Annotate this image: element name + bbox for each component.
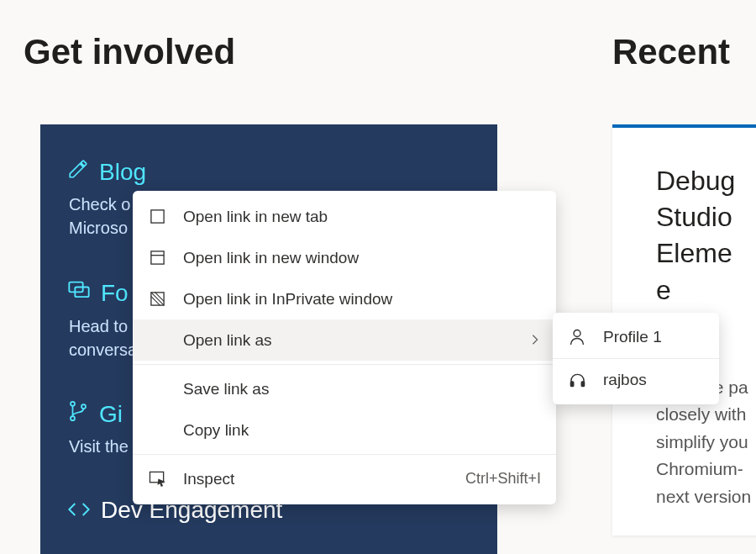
svg-point-2 (71, 402, 75, 406)
page-title-recent: Recent (612, 32, 730, 72)
involved-github-title: Gi (99, 401, 123, 428)
menu-open-new-window-label: Open link in new window (183, 249, 541, 267)
menu-open-new-tab[interactable]: Open link in new tab (133, 196, 556, 237)
menu-copy-link[interactable]: Copy link (133, 409, 556, 451)
menu-divider (133, 454, 556, 455)
profile-submenu: Profile 1 rajbos (553, 313, 719, 404)
menu-divider (133, 364, 556, 365)
submenu-profile1-label: Profile 1 (603, 328, 704, 346)
submenu-rajbos-label: rajbos (603, 371, 704, 389)
menu-open-inprivate-label: Open link in InPrivate window (183, 290, 541, 309)
recent-article-title: Debug Studio Eleme e (656, 163, 756, 309)
new-tab-icon (148, 208, 166, 226)
pencil-icon (67, 158, 89, 186)
menu-inspect[interactable]: Inspect Ctrl+Shift+I (133, 458, 556, 499)
chat-icon (67, 278, 91, 308)
context-menu: Open link in new tab Open link in new wi… (133, 191, 556, 504)
menu-open-new-tab-label: Open link in new tab (183, 208, 541, 226)
page-title-involved: Get involved (24, 32, 235, 72)
involved-blog-title: Blog (99, 159, 146, 186)
git-branch-icon (67, 400, 89, 428)
svg-point-10 (574, 330, 580, 337)
svg-rect-11 (570, 382, 573, 387)
menu-open-inprivate[interactable]: Open link in InPrivate window (133, 278, 556, 319)
svg-rect-12 (581, 382, 584, 387)
headphones-icon (568, 371, 586, 389)
code-icon (67, 497, 91, 524)
svg-rect-6 (150, 251, 163, 264)
person-icon (568, 328, 586, 346)
menu-open-new-window[interactable]: Open link in new window (133, 237, 556, 278)
menu-copy-link-label: Copy link (183, 421, 541, 440)
involved-blog-link[interactable]: Blog (67, 158, 470, 186)
svg-rect-5 (150, 210, 163, 223)
inprivate-icon (148, 290, 166, 309)
involved-forums-title: Fo (101, 280, 129, 307)
new-window-icon (148, 249, 166, 267)
svg-point-4 (81, 404, 86, 409)
inspect-icon (148, 470, 166, 488)
svg-point-3 (71, 416, 75, 420)
submenu-profile1[interactable]: Profile 1 (553, 316, 719, 358)
menu-save-link-as[interactable]: Save link as (133, 368, 556, 409)
menu-inspect-label: Inspect (183, 470, 465, 488)
menu-open-as-label: Open link as (183, 331, 529, 350)
menu-inspect-shortcut: Ctrl+Shift+I (465, 470, 541, 488)
menu-open-as[interactable]: Open link as (133, 319, 556, 361)
submenu-rajbos[interactable]: rajbos (553, 359, 719, 401)
chevron-right-icon (529, 331, 541, 350)
menu-save-link-as-label: Save link as (183, 380, 541, 398)
